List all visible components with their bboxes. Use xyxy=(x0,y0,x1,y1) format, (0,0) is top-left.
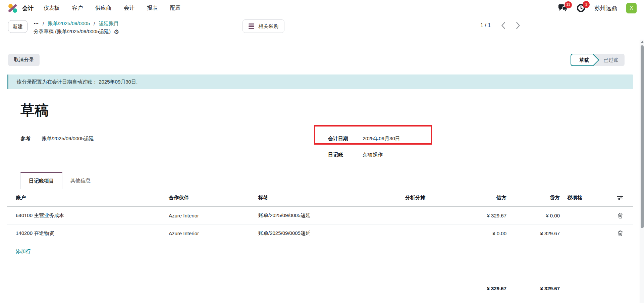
messages-button[interactable]: 11 xyxy=(558,4,568,12)
pager-next-icon[interactable] xyxy=(516,22,520,29)
scrollbar-thumb[interactable] xyxy=(641,45,644,228)
journal-item-row: 140200 在途物资 Azure Interior 账单/2025/09/00… xyxy=(7,224,633,242)
pager-previous-icon[interactable] xyxy=(501,22,505,29)
breadcrumb-link-deferred[interactable]: 递延账目 xyxy=(99,20,119,27)
cell-account[interactable]: 640100 主营业务成本 xyxy=(7,212,169,219)
cell-credit[interactable]: ¥ 0.00 xyxy=(506,213,560,218)
gear-icon[interactable]: ⚙ xyxy=(114,29,119,35)
delete-row-icon[interactable] xyxy=(618,231,623,236)
breadcrumb-overflow[interactable]: ⋯ xyxy=(34,20,39,27)
page-scrollbar xyxy=(640,40,644,303)
cell-label[interactable]: 账单/2025/09/0005递延 xyxy=(258,212,342,219)
total-credit: ¥ 329.67 xyxy=(506,279,560,297)
breadcrumb-separator: / xyxy=(94,21,95,27)
status-widget: 草稿 已过账 xyxy=(571,54,625,66)
reference-field[interactable]: 账单/2025/09/0005递延 xyxy=(42,136,94,142)
accounting-date-label: 会计日期 xyxy=(328,136,363,142)
form-sheet: 草稿 参考 账单/2025/09/0005递延 会计日期 2025年09月30日… xyxy=(7,94,633,303)
nav-item-vendors[interactable]: 供应商 xyxy=(95,5,111,12)
cell-debit[interactable]: ¥ 0.00 xyxy=(425,231,506,236)
col-header-partner: 合作伙伴 xyxy=(169,195,258,201)
col-header-account: 账户 xyxy=(7,195,169,201)
journal-field[interactable]: 杂项操作 xyxy=(363,152,383,158)
breadcrumb-trail: ⋯ / 账单/2025/09/0005 / 递延账目 xyxy=(34,19,119,28)
related-purchases-button[interactable]: 相关采购 xyxy=(243,19,284,33)
nav-item-accounting[interactable]: 会计 xyxy=(124,5,135,12)
cancel-entry-button[interactable]: 取消分录 xyxy=(8,54,40,66)
breadcrumb-current: 分录草稿 (账单/2025/09/0005递延) xyxy=(34,29,111,35)
col-header-label: 标签 xyxy=(258,195,342,201)
scrollbar-up-arrow[interactable] xyxy=(641,41,644,43)
journal-items-table: 账户 合作伙伴 标签 分析分摊 借方 贷方 税项格 640100 主营业务 xyxy=(7,189,633,297)
breadcrumb-active: 分录草稿 (账单/2025/09/0005递延) ⚙ xyxy=(34,29,119,35)
app-menu-accounting[interactable]: 会计 xyxy=(22,4,34,12)
nav-item-configuration[interactable]: 配置 xyxy=(170,5,181,12)
brand: 会计 xyxy=(8,4,34,13)
entry-state-title: 草稿 xyxy=(20,101,49,120)
cell-credit[interactable]: ¥ 329.67 xyxy=(506,231,560,236)
breadcrumb-separator: / xyxy=(43,21,44,27)
add-line-row: 添加行 xyxy=(7,242,633,260)
nav-item-customers[interactable]: 客户 xyxy=(72,5,83,12)
breadcrumb-link-bill[interactable]: 账单/2025/09/0005 xyxy=(48,20,90,27)
accounting-date-field[interactable]: 2025年09月30日 xyxy=(363,136,400,142)
notebook-tabs: 日记账项目 其他信息 xyxy=(7,172,633,189)
cell-partner[interactable]: Azure Interior xyxy=(169,231,258,236)
nav-item-reporting[interactable]: 报表 xyxy=(147,5,158,12)
auto-post-banner: 该分录配置为在会计日期自动过账： 2025年09月30日. xyxy=(7,74,633,89)
tab-journal-items[interactable]: 日记账项目 xyxy=(20,172,62,189)
journal-item-row: 640100 主营业务成本 Azure Interior 账单/2025/09/… xyxy=(7,207,633,224)
company-switcher[interactable]: 苏州远鼎 xyxy=(594,4,617,12)
main-menu: 仪表板 客户 供应商 会计 报表 配置 xyxy=(44,5,181,12)
related-purchases-label: 相关采购 xyxy=(258,23,278,30)
activities-button[interactable]: 1 xyxy=(577,4,585,12)
cell-debit[interactable]: ¥ 329.67 xyxy=(425,213,506,218)
breadcrumb: ⋯ / 账单/2025/09/0005 / 递延账目 分录草稿 (账单/2025… xyxy=(34,19,119,35)
pager: 1 / 1 xyxy=(480,22,520,29)
table-header-row: 账户 合作伙伴 标签 分析分摊 借方 贷方 税项格 xyxy=(7,189,633,207)
nav-item-dashboard[interactable]: 仪表板 xyxy=(44,5,60,12)
nav-right: 11 1 苏州远鼎 X xyxy=(558,3,637,13)
delete-row-icon[interactable] xyxy=(618,213,623,218)
control-panel: 新建 ⋯ / 账单/2025/09/0005 / 递延账目 分录草稿 (账单/2… xyxy=(0,16,644,50)
messages-badge: 11 xyxy=(565,1,572,8)
top-nav: 会计 仪表板 客户 供应商 会计 报表 配置 11 xyxy=(0,0,644,16)
col-header-credit: 贷方 xyxy=(506,195,560,201)
reference-field-row: 参考 账单/2025/09/0005递延 xyxy=(20,135,94,143)
user-avatar[interactable]: X xyxy=(626,3,637,13)
reference-label: 参考 xyxy=(20,136,42,142)
auto-post-banner-text: 该分录配置为在会计日期自动过账： 2025年09月30日. xyxy=(17,79,138,85)
status-step-draft[interactable]: 草稿 xyxy=(571,54,593,66)
cell-partner[interactable]: Azure Interior xyxy=(169,213,258,218)
total-debit: ¥ 329.67 xyxy=(425,279,506,297)
new-button[interactable]: 新建 xyxy=(8,20,28,33)
optional-columns-icon[interactable] xyxy=(617,195,624,200)
logo-circle-teal xyxy=(13,8,17,13)
panel-divider xyxy=(0,66,644,66)
hamburger-icon xyxy=(249,23,254,29)
accounting-date-field-row: 会计日期 2025年09月30日 xyxy=(328,135,400,143)
totals-row: ¥ 329.67 ¥ 329.67 xyxy=(7,279,633,297)
col-header-tax-grid: 税项格 xyxy=(560,195,607,201)
col-header-analytic: 分析分摊 xyxy=(342,195,425,201)
journal-field-row: 日记账 杂项操作 xyxy=(328,151,383,159)
pager-value[interactable]: 1 / 1 xyxy=(480,22,491,29)
cell-label[interactable]: 账单/2025/09/0005递延 xyxy=(258,230,342,237)
activities-badge: 1 xyxy=(583,1,590,8)
journal-label: 日记账 xyxy=(328,152,363,158)
col-header-debit: 借方 xyxy=(425,195,506,201)
cell-account[interactable]: 140200 在途物资 xyxy=(7,230,169,237)
add-line-link[interactable]: 添加行 xyxy=(16,248,31,254)
tab-other-info[interactable]: 其他信息 xyxy=(62,172,99,189)
odoo-logo-icon[interactable] xyxy=(8,4,17,13)
